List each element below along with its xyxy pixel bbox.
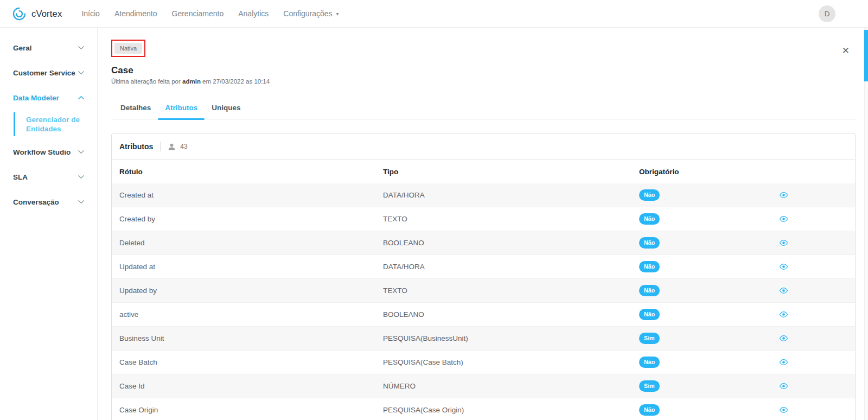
view-attribute-button[interactable] [779, 406, 788, 413]
row-type: TEXTO [375, 215, 631, 223]
page-scrollbar[interactable] [864, 28, 868, 420]
nav-item-label: Analytics [238, 9, 269, 18]
eye-icon [779, 335, 788, 342]
view-attribute-button[interactable] [779, 383, 788, 390]
cvortex-logo-icon [12, 7, 27, 21]
row-label: Business Unit [112, 334, 375, 342]
sidebar-item-label: Conversação [13, 198, 59, 206]
view-attribute-button[interactable] [779, 192, 788, 199]
nav-item-label: Configurações [283, 9, 332, 18]
sidebar-item-label: Data Modeler [13, 94, 59, 102]
sidebar-item-label: SLA [13, 173, 28, 181]
sidebar-item-data-modeler[interactable]: Data Modeler [0, 85, 97, 110]
table-row[interactable]: Created at DATA/HORA Não [112, 183, 855, 207]
chevron-down-icon [78, 46, 84, 50]
row-label: Created by [112, 215, 375, 223]
required-badge: Não [639, 237, 660, 249]
nav-item-analytics[interactable]: Analytics [238, 9, 269, 18]
nav-item-início[interactable]: Início [81, 9, 99, 18]
required-badge: Não [639, 357, 660, 368]
required-badge: Não [639, 309, 660, 320]
sidebar-item-workflow-studio[interactable]: Workflow Studio [0, 139, 97, 164]
brand-name: cVortex [31, 9, 62, 19]
close-icon[interactable]: ✕ [842, 46, 850, 55]
table-row[interactable]: Business Unit PESQUISA(BusinessUnit) Sim [112, 327, 855, 351]
tab-atributos[interactable]: Atributos [158, 98, 205, 119]
card-title: Atributos [119, 142, 153, 151]
sidebar-item-sla[interactable]: SLA [0, 164, 97, 189]
required-badge: Sim [639, 333, 660, 344]
table-header-row: Rótulo Tipo Obrigatório [112, 160, 855, 183]
table-row[interactable]: Created by TEXTO Não [112, 207, 855, 231]
required-badge: Sim [639, 380, 660, 392]
sidebar-item-geral[interactable]: Geral [0, 35, 97, 60]
view-attribute-button[interactable] [779, 239, 788, 246]
view-attribute-button[interactable] [779, 359, 788, 366]
sidebar-subitem-group: Gerenciador de Entidades [14, 112, 97, 136]
scrollbar-thumb[interactable] [864, 30, 868, 81]
row-label: Case Origin [112, 406, 375, 414]
row-label: Updated by [112, 287, 375, 295]
row-label: Deleted [112, 239, 375, 247]
row-type: TEXTO [375, 287, 631, 295]
chevron-down-icon [78, 71, 84, 75]
eye-icon [779, 311, 788, 318]
main-content: ✕ Nativa Case Última alteração feita por… [98, 28, 868, 420]
row-type: DATA/HORA [375, 263, 631, 271]
eye-icon [779, 287, 788, 294]
sidebar-subitem[interactable]: Gerenciador de Entidades [26, 115, 93, 133]
row-type: NÚMERO [375, 382, 631, 390]
required-badge: Não [639, 261, 660, 272]
nav-item-configurações[interactable]: Configurações ▾ [283, 9, 339, 18]
nav-item-label: Atendimento [114, 9, 157, 18]
sidebar-item-customer-service[interactable]: Customer Service [0, 60, 97, 85]
nav-item-gerenciamento[interactable]: Gerenciamento [172, 9, 224, 18]
eye-icon [779, 263, 788, 270]
chevron-down-icon [78, 200, 84, 204]
sidebar-item-conversação[interactable]: Conversação [0, 189, 97, 214]
brand[interactable]: cVortex [12, 7, 62, 21]
table-row[interactable]: Updated at DATA/HORA Não [112, 255, 855, 279]
divider [160, 142, 161, 151]
view-attribute-button[interactable] [779, 311, 788, 318]
nav-item-atendimento[interactable]: Atendimento [114, 9, 157, 18]
column-header-tipo: Tipo [375, 168, 631, 176]
table-row[interactable]: Deleted BOOLEANO Não [112, 231, 855, 255]
user-avatar[interactable]: D [819, 5, 835, 22]
page-title: Case [111, 65, 856, 76]
table-row[interactable]: Case Origin PESQUISA(Case Origin) Não [112, 398, 855, 420]
row-type: DATA/HORA [375, 191, 631, 199]
row-label: Created at [112, 191, 375, 199]
last-modified-user: admin [182, 78, 201, 85]
chevron-down-icon [78, 150, 84, 154]
table-row[interactable]: Updated by TEXTO Não [112, 279, 855, 303]
table-row[interactable]: Case Batch PESQUISA(Case Batch) Não [112, 351, 855, 374]
table-row[interactable]: active BOOLEANO Não [112, 303, 855, 327]
row-type: PESQUISA(Case Origin) [375, 406, 631, 414]
row-type: PESQUISA(Case Batch) [375, 358, 631, 366]
row-label: Case Batch [112, 358, 375, 366]
view-attribute-button[interactable] [779, 263, 788, 270]
view-attribute-button[interactable] [779, 287, 788, 294]
sidebar-item-label: Geral [13, 44, 32, 52]
view-attribute-button[interactable] [779, 215, 788, 222]
person-icon [168, 143, 176, 151]
row-type: BOOLEANO [375, 310, 631, 319]
eye-icon [779, 406, 788, 413]
eye-icon [779, 239, 788, 246]
table-row[interactable]: Case Id NÚMERO Sim [112, 374, 855, 398]
required-badge: Não [639, 404, 660, 416]
card-header: Atributos 43 [112, 134, 855, 160]
tab-detalhes[interactable]: Detalhes [113, 98, 158, 119]
nav-item-label: Início [81, 9, 99, 18]
tab-uniques[interactable]: Uniques [205, 98, 247, 119]
last-modified-text: Última alteração feita por admin em 27/0… [111, 78, 856, 85]
view-attribute-button[interactable] [779, 335, 788, 342]
required-badge: Não [639, 189, 660, 201]
caret-down-icon: ▾ [336, 11, 339, 17]
sidebar: Geral Customer Service Data Modeler Gere… [0, 28, 98, 420]
attributes-card: Atributos 43 Rótulo Tipo Obrigatório Cre… [111, 133, 856, 420]
chevron-up-icon [78, 96, 84, 100]
top-navbar: cVortex Início Atendimento Gerenciamento… [0, 0, 868, 28]
nav-item-label: Gerenciamento [172, 9, 224, 18]
